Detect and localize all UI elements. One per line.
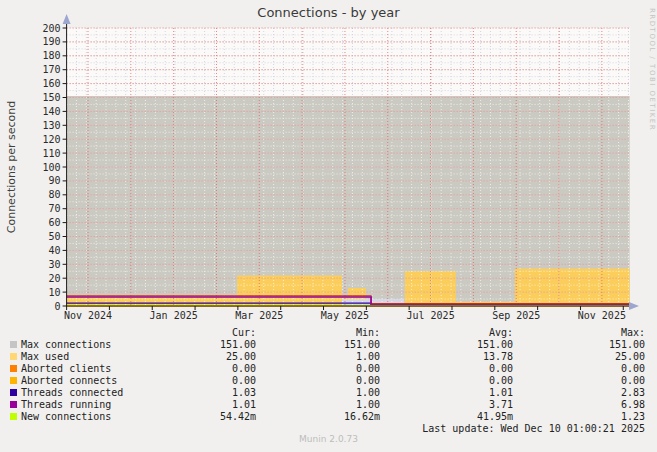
munin-version: Munin 2.0.73: [0, 434, 657, 444]
y-tick-label: 170: [43, 64, 61, 75]
legend-cur-value: 25.00: [226, 351, 256, 363]
y-tick-label: 160: [43, 78, 61, 89]
legend-avg-value: 3.71: [489, 399, 513, 411]
series-area-max-used: [67, 268, 630, 306]
y-axis-label: Connections per second: [5, 101, 18, 233]
legend-cur-value: 151.00: [220, 339, 256, 351]
y-tick-label: 140: [43, 106, 61, 117]
y-tick-label: 110: [43, 148, 61, 159]
x-axis-arrow-icon: [629, 302, 639, 310]
legend-header: Cur:: [232, 327, 256, 339]
legend-label: Max used: [21, 351, 69, 363]
series-area-max-connections: [67, 96, 630, 306]
legend-cur-value: 54.42m: [220, 411, 256, 423]
legend-swatch-icon: [10, 353, 17, 360]
legend-max-value: 25.00: [615, 351, 645, 363]
data-gap-band: [342, 299, 404, 306]
x-tick-label: Sep 2025: [492, 310, 540, 321]
y-tick-label: 80: [49, 189, 61, 200]
legend-avg-value: 13.78: [483, 351, 513, 363]
legend-max-value: 0.00: [621, 363, 645, 375]
y-tick-label: 40: [49, 245, 61, 256]
legend-label: Threads connected: [21, 387, 123, 399]
x-tick-label: May 2025: [321, 310, 369, 321]
chart-title: Connections - by year: [0, 5, 657, 20]
legend-cur-value: 1.03: [232, 387, 256, 399]
plot-background: [67, 28, 630, 306]
minor-grid-upper: [67, 28, 630, 306]
x-tick-label: Jul 2025: [406, 310, 454, 321]
legend-min-value: 151.00: [344, 339, 380, 351]
legend-label: Threads running: [21, 399, 111, 411]
legend-label: Aborted clients: [21, 363, 111, 375]
legend-row: Aborted clients0.000.000.000.00: [0, 363, 657, 375]
legend-header: Min:: [356, 327, 380, 339]
legend: Cur:Min:Avg:Max:Max connections151.00151…: [0, 327, 657, 423]
x-tick-label: Jan 2025: [150, 310, 198, 321]
legend-max-value: 151.00: [609, 339, 645, 351]
legend-min-value: 1.00: [356, 351, 380, 363]
legend-swatch-icon: [10, 377, 17, 384]
y-tick-label: 180: [43, 50, 61, 61]
legend-max-value: 2.83: [621, 387, 645, 399]
legend-min-value: 0.00: [356, 363, 380, 375]
rrdtool-watermark: RRDTOOL / TOBI OETIKER: [648, 8, 656, 131]
y-tick-label: 150: [43, 92, 61, 103]
y-tick-label: 60: [49, 217, 61, 228]
axes: [63, 19, 634, 310]
legend-min-value: 0.00: [356, 375, 380, 387]
y-tick-label: 200: [43, 23, 61, 34]
series-line-threads-connected: [67, 303, 630, 304]
y-tick-label: 100: [43, 162, 61, 173]
y-tick-label: 0: [55, 301, 61, 312]
legend-row: Max connections151.00151.00151.00151.00: [0, 339, 657, 351]
legend-avg-value: 151.00: [477, 339, 513, 351]
y-tick-label: 20: [49, 273, 61, 284]
y-tick-label: 30: [49, 259, 61, 270]
legend-cur-value: 1.01: [232, 399, 256, 411]
legend-cur-value: 0.00: [232, 375, 256, 387]
legend-row: Aborted connects0.000.000.000.00: [0, 375, 657, 387]
last-update: Last update: Wed Dec 10 01:00:21 2025: [422, 423, 645, 434]
minor-grid-lower: [67, 28, 630, 306]
x-tick-label: Mar 2025: [235, 310, 283, 321]
legend-swatch-icon: [10, 401, 17, 408]
x-tick-label: Nov 2025: [578, 310, 626, 321]
series-line-threads-running-edge: [67, 296, 630, 304]
legend-swatch-icon: [10, 389, 17, 396]
legend-min-value: 1.00: [356, 387, 380, 399]
legend-label: New connections: [21, 411, 111, 423]
legend-swatch-icon: [10, 365, 17, 372]
legend-avg-value: 0.00: [489, 363, 513, 375]
legend-max-value: 0.00: [621, 375, 645, 387]
y-tick-label: 90: [49, 175, 61, 186]
legend-row: New connections54.42m16.62m41.95m1.23: [0, 411, 657, 423]
y-tick-label: 70: [49, 203, 61, 214]
legend-avg-value: 41.95m: [477, 411, 513, 423]
major-grid: [67, 28, 630, 306]
series-line-threads-running: [67, 297, 630, 305]
legend-max-value: 1.23: [621, 411, 645, 423]
y-tick-label: 50: [49, 231, 61, 242]
legend-header: Max:: [621, 327, 645, 339]
legend-label: Max connections: [21, 339, 111, 351]
legend-row: Threads running1.011.003.716.98: [0, 399, 657, 411]
legend-header-row: Cur:Min:Avg:Max:: [0, 327, 657, 339]
legend-swatch-icon: [10, 413, 17, 420]
y-tick-label: 10: [49, 287, 61, 298]
legend-cur-value: 0.00: [232, 363, 256, 375]
legend-swatch-icon: [10, 341, 17, 348]
y-tick-label: 130: [43, 120, 61, 131]
legend-min-value: 1.00: [356, 399, 380, 411]
legend-row: Threads connected1.031.001.012.83: [0, 387, 657, 399]
legend-avg-value: 1.01: [489, 387, 513, 399]
legend-max-value: 6.98: [621, 399, 645, 411]
legend-row: Max used25.001.0013.7825.00: [0, 351, 657, 363]
legend-header: Avg:: [489, 327, 513, 339]
munin-graph: Connections - by year Connections per se…: [0, 0, 657, 452]
legend-label: Aborted connects: [21, 375, 117, 387]
y-tick-label: 120: [43, 134, 61, 145]
y-tick-label: 190: [43, 36, 61, 47]
legend-avg-value: 0.00: [489, 375, 513, 387]
legend-min-value: 16.62m: [344, 411, 380, 423]
